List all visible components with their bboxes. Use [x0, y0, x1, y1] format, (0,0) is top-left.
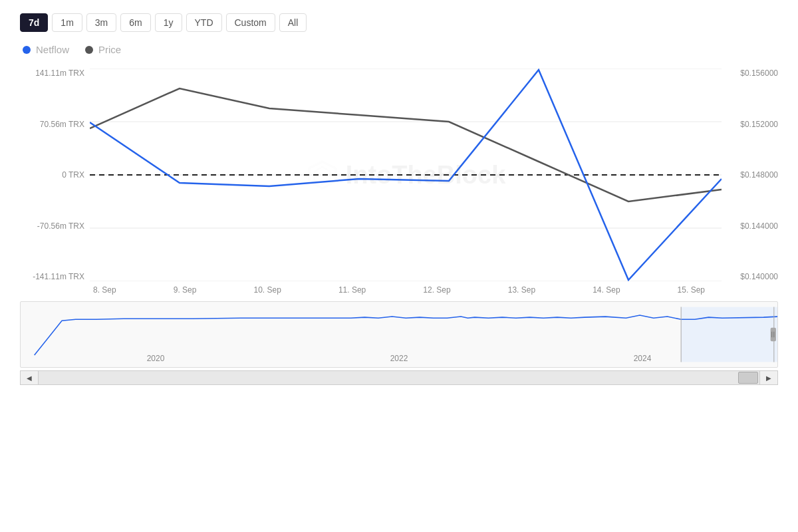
legend-netflow-label: Netflow — [36, 44, 69, 55]
scroll-right-btn[interactable]: ▶ — [759, 370, 778, 385]
y-label-right: $0.148000 — [727, 170, 778, 180]
time-btn-3m[interactable]: 3m — [86, 13, 116, 32]
time-range-selector: 7d1m3m6m1yYTDCustomAll — [20, 13, 778, 32]
y-label-left: -70.56m TRX — [20, 221, 84, 231]
netflow-dot — [23, 46, 31, 54]
y-axis-left: 141.11m TRX70.56m TRX0 TRX-70.56m TRX-14… — [20, 68, 90, 281]
scroll-track[interactable] — [39, 370, 759, 385]
time-btn-7d[interactable]: 7d — [20, 13, 48, 32]
y-label-left: 70.56m TRX — [20, 120, 84, 129]
x-label: 13. Sep — [508, 285, 535, 295]
x-axis-labels: 8. Sep9. Sep10. Sep11. Sep12. Sep13. Sep… — [20, 281, 778, 295]
main-container: 7d1m3m6m1yYTDCustomAll Netflow Price 141… — [0, 0, 798, 532]
y-label-right: $0.144000 — [727, 221, 778, 231]
x-label: 14. Sep — [593, 285, 620, 295]
time-btn-custom[interactable]: Custom — [226, 13, 275, 32]
x-label: 8. Sep — [93, 285, 116, 295]
y-label-right: $0.156000 — [727, 68, 778, 78]
x-label: 10. Sep — [254, 285, 281, 295]
main-chart-svg — [90, 68, 722, 281]
y-label-left: 0 TRX — [20, 170, 84, 180]
scroll-left-btn[interactable]: ◀ — [20, 370, 39, 385]
time-btn-1y[interactable]: 1y — [155, 13, 182, 32]
time-btn-6m[interactable]: 6m — [120, 13, 150, 32]
x-label: 15. Sep — [678, 285, 705, 295]
svg-rect-11 — [771, 328, 776, 342]
chart-wrapper: 141.11m TRX70.56m TRX0 TRX-70.56m TRX-14… — [20, 68, 778, 385]
scroll-thumb[interactable] — [738, 372, 758, 384]
x-label: 12. Sep — [423, 285, 450, 295]
chart-legend: Netflow Price — [20, 44, 778, 55]
time-btn-ytd[interactable]: YTD — [186, 13, 222, 32]
y-label-left: -141.11m TRX — [20, 272, 84, 281]
y-label-right: $0.140000 — [727, 272, 778, 281]
legend-netflow: Netflow — [23, 44, 69, 55]
time-btn-1m[interactable]: 1m — [52, 13, 82, 32]
x-label: 11. Sep — [338, 285, 366, 295]
legend-price-label: Price — [98, 44, 121, 55]
svg-rect-8 — [681, 307, 777, 362]
price-dot — [85, 46, 93, 54]
y-axis-right: $0.156000$0.152000$0.148000$0.144000$0.1… — [722, 68, 778, 281]
mini-chart-svg — [21, 302, 777, 367]
legend-price: Price — [85, 44, 121, 55]
time-btn-all[interactable]: All — [279, 13, 307, 32]
y-label-right: $0.152000 — [727, 120, 778, 129]
y-label-left: 141.11m TRX — [20, 68, 84, 78]
mini-chart: 202020222024 — [20, 301, 778, 368]
scrollbar: ◀ ▶ — [20, 370, 778, 385]
x-label: 9. Sep — [174, 285, 197, 295]
